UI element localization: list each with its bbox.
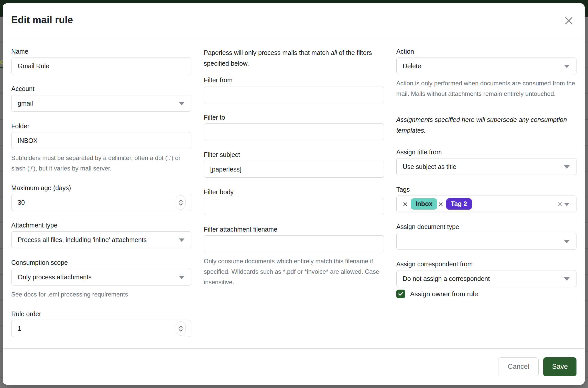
action-label: Action <box>396 47 576 55</box>
folder-hint: Subfolders must be separated by a delimi… <box>11 153 191 174</box>
filter-body-label: Filter body <box>204 188 384 196</box>
dialog-footer: Cancel Save <box>3 348 585 385</box>
stepper-down-icon <box>179 329 183 332</box>
maximum-age-input[interactable]: 30 <box>11 194 191 211</box>
column-actions: Action Delete Action is only performed w… <box>396 47 576 348</box>
stepper-divider <box>178 202 183 203</box>
consumption-scope-hint: See docs for .eml processing requirement… <box>11 289 191 300</box>
folder-label: Folder <box>11 122 191 130</box>
close-button[interactable] <box>563 15 574 26</box>
maximum-age-value: 30 <box>18 199 25 206</box>
chevron-down-icon <box>179 276 184 279</box>
name-input[interactable]: Gmail Rule <box>11 58 191 74</box>
stepper-up-icon <box>179 326 183 328</box>
filter-from-label: Filter from <box>204 76 384 84</box>
folder-input[interactable]: INBOX <box>11 132 191 149</box>
rule-order-label: Rule order <box>11 310 191 318</box>
tags-multiselect[interactable]: × Inbox × Tag 2 × <box>396 196 576 212</box>
tag-pill-tag2: Tag 2 <box>446 198 472 210</box>
assign-owner-checkbox[interactable] <box>396 290 405 298</box>
assign-owner-row: Assign owner from rule <box>396 290 576 298</box>
chevron-down-icon <box>564 277 570 281</box>
chevron-down-icon <box>564 65 570 68</box>
stepper-divider <box>178 328 183 329</box>
filter-attachment-filename-label: Filter attachment filename <box>204 225 384 233</box>
close-icon <box>564 16 573 25</box>
filter-body-input[interactable] <box>204 198 384 215</box>
assign-owner-label: Assign owner from rule <box>410 290 478 298</box>
account-value: gmail <box>18 100 33 107</box>
assign-title-from-label: Assign title from <box>396 148 576 156</box>
assign-correspondent-from-label: Assign correspondent from <box>396 260 576 268</box>
assign-document-type-label: Assign document type <box>396 223 576 231</box>
dialog-title: Edit mail rule <box>11 15 73 26</box>
chevron-down-icon <box>179 238 184 242</box>
assign-correspondent-from-value: Do not assign a correspondent <box>403 275 490 282</box>
action-hint: Action is only performed when documents … <box>396 78 576 99</box>
filters-intro: Paperless will only process mails that m… <box>204 47 384 69</box>
stepper-up-icon <box>179 200 183 202</box>
attachment-type-select[interactable]: Process all files, including 'inline' at… <box>11 231 191 248</box>
action-value: Delete <box>403 62 421 70</box>
filter-attachment-filename-input[interactable] <box>204 235 384 252</box>
save-button[interactable]: Save <box>543 357 576 376</box>
action-select[interactable]: Delete <box>396 58 576 74</box>
number-stepper[interactable] <box>176 321 186 336</box>
dialog-header: Edit mail rule <box>3 3 585 37</box>
assign-title-from-value: Use subject as title <box>403 163 456 170</box>
account-label: Account <box>11 85 191 93</box>
assignments-note: Assignments specified here will supersed… <box>396 114 576 136</box>
attachment-type-label: Attachment type <box>11 221 191 229</box>
chevron-down-icon <box>564 203 570 206</box>
filter-subject-input[interactable]: [paperless] <box>204 161 384 178</box>
cancel-button[interactable]: Cancel <box>498 357 539 376</box>
chevron-down-icon <box>564 165 570 169</box>
rule-order-value: 1 <box>18 325 21 332</box>
filter-attachment-filename-hint: Only consume documents which entirely ma… <box>204 256 384 287</box>
background-line-fragment <box>0 67 3 68</box>
filter-to-input[interactable] <box>204 123 384 140</box>
tag-remove-icon[interactable]: × <box>437 200 446 208</box>
name-label: Name <box>11 47 191 55</box>
number-stepper[interactable] <box>176 195 186 210</box>
consumption-scope-label: Consumption scope <box>11 258 191 267</box>
maximum-age-label: Maximum age (days) <box>11 184 191 192</box>
assign-title-from-select[interactable]: Use subject as title <box>396 158 576 175</box>
tag-pill-inbox: Inbox <box>411 198 437 210</box>
assign-document-type-select[interactable] <box>396 233 576 250</box>
stepper-down-icon <box>179 203 183 206</box>
attachment-type-value: Process all files, including 'inline' at… <box>18 236 147 244</box>
dialog-body: Name Gmail Rule Account gmail Folder INB… <box>3 37 585 348</box>
filter-subject-label: Filter subject <box>204 151 384 159</box>
chevron-down-icon <box>179 102 184 105</box>
chevron-down-icon <box>564 240 570 243</box>
tags-label: Tags <box>396 185 576 193</box>
assign-correspondent-from-select[interactable]: Do not assign a correspondent <box>396 270 576 287</box>
column-filters: Paperless will only process mails that m… <box>204 47 384 348</box>
column-general: Name Gmail Rule Account gmail Folder INB… <box>11 47 191 348</box>
filter-from-input[interactable] <box>204 86 384 103</box>
filters-intro-emphasis: all <box>331 49 337 56</box>
consumption-scope-value: Only process attachments <box>18 273 92 281</box>
tag-remove-icon[interactable]: × <box>402 200 411 208</box>
consumption-scope-select[interactable]: Only process attachments <box>11 269 191 286</box>
edit-mail-rule-dialog: Edit mail rule Name Gmail Rule Account g… <box>3 3 585 385</box>
checkmark-icon <box>398 292 403 296</box>
account-select[interactable]: gmail <box>11 95 191 112</box>
rule-order-input[interactable]: 1 <box>11 320 191 337</box>
filter-to-label: Filter to <box>204 113 384 121</box>
